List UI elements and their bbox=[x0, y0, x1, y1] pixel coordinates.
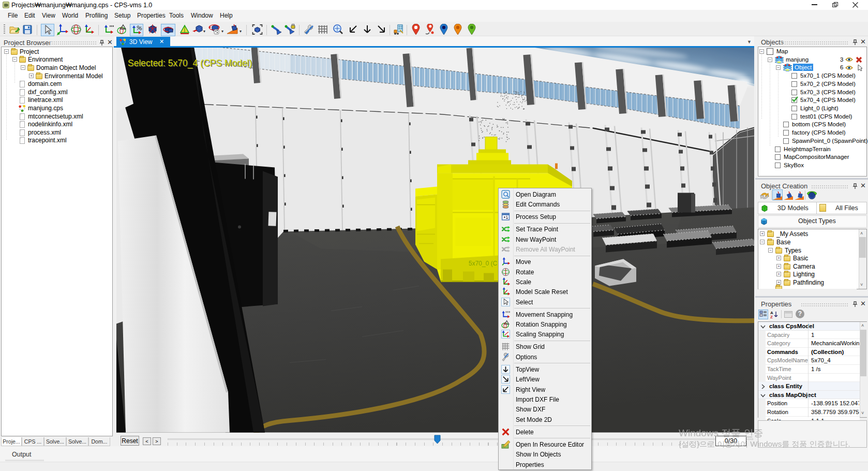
svg-text:Z: Z bbox=[770, 315, 773, 318]
svg-text:Selected: 5x70_4 (CPS Model): Selected: 5x70_4 (CPS Model) bbox=[128, 57, 252, 68]
svg-text:5x70_0 (C: 5x70_0 (C bbox=[469, 259, 498, 267]
